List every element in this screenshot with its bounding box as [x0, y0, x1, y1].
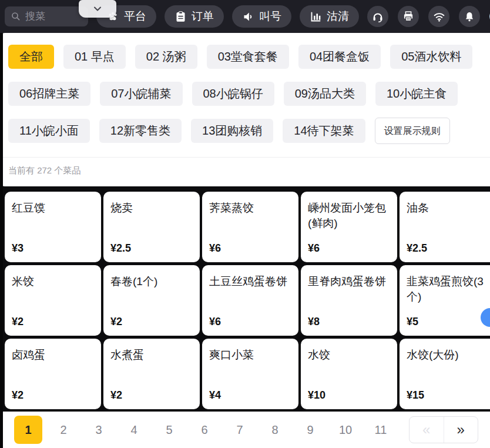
menu-card[interactable]: 烧卖¥2.5: [103, 192, 200, 262]
category-06[interactable]: 06招牌主菜: [8, 82, 90, 106]
call-number-button[interactable]: 叫号: [232, 5, 291, 28]
dish-name: 米饺: [12, 274, 94, 289]
category-row-3: 11小皖小面 12新零售类 13团购核销 14待下架菜 设置展示规则: [8, 119, 484, 144]
page-button-2[interactable]: 2: [49, 416, 78, 444]
category-02[interactable]: 02 汤粥: [135, 45, 197, 69]
dish-price: ¥4: [209, 389, 291, 402]
pagination-bar: 1 2 3 4 5 6 7 8 9 10 11 « »: [0, 412, 490, 448]
category-12[interactable]: 12新零售类: [99, 119, 182, 143]
dish-price: ¥15: [407, 389, 489, 402]
page-button-3[interactable]: 3: [85, 416, 113, 444]
page-button-8[interactable]: 8: [261, 416, 289, 444]
clipboard-icon: [174, 11, 187, 23]
menu-card[interactable]: 米饺¥2: [5, 265, 101, 336]
dish-name: 红豆馍: [12, 200, 94, 216]
dish-name: 水饺: [308, 347, 390, 363]
page-button-1[interactable]: 1: [14, 416, 42, 444]
menu-card[interactable]: 水煮蛋¥2: [103, 339, 200, 409]
category-panel: 全部 01 早点 02 汤粥 03堂食套餐 04团餐盒饭 05酒水饮料 06招牌…: [0, 33, 490, 186]
orders-label: 订单: [192, 9, 214, 24]
menu-card[interactable]: 荠菜蒸饺¥6: [202, 192, 298, 262]
category-10[interactable]: 10小皖主食: [375, 82, 458, 106]
category-01[interactable]: 01 早点: [63, 45, 126, 69]
platform-label: 平台: [124, 9, 146, 24]
dish-name: 韭菜鸡蛋煎饺(3个): [407, 274, 489, 304]
menu-card[interactable]: 油条¥2.5: [400, 192, 490, 262]
dish-name: 嵊州发面小笼包(鲜肉): [308, 200, 390, 230]
dish-name: 水饺(大份): [407, 347, 489, 363]
speaker-icon: [242, 11, 254, 23]
dish-price: ¥8: [308, 316, 390, 328]
dish-price: ¥6: [209, 316, 291, 328]
menu-card[interactable]: 水饺¥10: [301, 339, 397, 409]
topbar-icon-group: [367, 6, 490, 27]
category-all[interactable]: 全部: [8, 45, 54, 69]
next-page-button[interactable]: »: [444, 417, 478, 443]
dish-price: ¥2: [110, 389, 193, 402]
dish-price: ¥3: [12, 242, 94, 255]
left-edge-strip: [0, 33, 3, 448]
menu-card[interactable]: 卤鸡蛋¥2: [5, 339, 101, 409]
category-09[interactable]: 09汤品大类: [284, 82, 366, 106]
call-number-label: 叫号: [259, 9, 281, 24]
sold-out-button[interactable]: 沽清: [300, 5, 359, 28]
search-icon: [11, 11, 21, 22]
dish-name: 烧卖: [110, 200, 193, 216]
pager-nav: « »: [409, 416, 478, 443]
prev-page-button[interactable]: «: [410, 417, 444, 443]
menu-card[interactable]: 里脊肉鸡蛋卷饼¥8: [301, 265, 397, 336]
page-button-7[interactable]: 7: [226, 416, 254, 444]
category-row-1: 全部 01 早点 02 汤粥 03堂食套餐 04团餐盒饭 05酒水饮料: [8, 45, 484, 69]
headset-icon: [372, 11, 384, 22]
sold-out-label: 沽清: [327, 9, 349, 24]
dish-name: 爽口小菜: [209, 347, 291, 363]
chevron-down-icon: [92, 3, 103, 15]
bell-button[interactable]: [459, 6, 480, 27]
bell-icon: [464, 11, 475, 22]
category-row-2: 06招牌主菜 07小皖辅菜 08小皖锅仔 09汤品大类 10小皖主食: [8, 82, 484, 106]
dish-price: ¥6: [308, 242, 390, 255]
dish-price: ¥2: [110, 316, 193, 328]
page-button-6[interactable]: 6: [190, 416, 219, 444]
menu-card[interactable]: 水饺(大份)¥15: [400, 339, 490, 409]
menu-card[interactable]: 红豆馍¥3: [5, 192, 101, 262]
dish-price: ¥5: [407, 316, 489, 328]
category-04[interactable]: 04团餐盒饭: [298, 45, 381, 69]
category-14[interactable]: 14待下架菜: [283, 119, 365, 143]
soldout-chart-icon: [310, 11, 322, 23]
category-07[interactable]: 07小皖辅菜: [100, 82, 182, 106]
pull-down-tab[interactable]: [79, 0, 116, 18]
menu-grid-area: 红豆馍¥3 烧卖¥2.5 荠菜蒸饺¥6 嵊州发面小笼包(鲜肉)¥6 油条¥2.5…: [0, 186, 490, 412]
dish-name: 油条: [407, 200, 489, 216]
display-rules-button[interactable]: 设置展示规则: [375, 118, 450, 144]
page-button-5[interactable]: 5: [155, 416, 183, 444]
search-input[interactable]: [25, 11, 78, 22]
orders-button[interactable]: 订单: [165, 5, 224, 28]
menu-card[interactable]: 爽口小菜¥4: [202, 339, 298, 409]
menu-card[interactable]: 土豆丝鸡蛋卷饼¥6: [202, 265, 298, 336]
category-13[interactable]: 13团购核销: [191, 119, 273, 143]
category-11[interactable]: 11小皖小面: [8, 119, 90, 143]
printer-button[interactable]: [398, 6, 419, 27]
menu-card[interactable]: 嵊州发面小笼包(鲜肉)¥6: [301, 192, 397, 262]
headset-button[interactable]: [367, 6, 388, 27]
page-button-9[interactable]: 9: [296, 416, 324, 444]
dish-price: ¥2: [12, 389, 94, 402]
page-button-4[interactable]: 4: [120, 416, 148, 444]
menu-card[interactable]: 韭菜鸡蛋煎饺(3个)¥5: [400, 265, 490, 336]
dish-price: ¥2.5: [407, 242, 489, 255]
wifi-icon: [433, 11, 445, 23]
category-03[interactable]: 03堂食套餐: [207, 45, 289, 69]
page-button-10[interactable]: 10: [331, 416, 360, 444]
dish-name: 水煮蛋: [110, 347, 193, 363]
dish-name: 里脊肉鸡蛋卷饼: [308, 274, 390, 289]
menu-card[interactable]: 春卷(1个)¥2: [103, 265, 200, 336]
category-08[interactable]: 08小皖锅仔: [192, 82, 274, 106]
search-box[interactable]: [5, 6, 88, 26]
dish-price: ¥10: [308, 389, 390, 402]
wifi-button[interactable]: [428, 6, 449, 27]
top-bar: 平台 订单 叫号 沽清: [0, 0, 490, 33]
category-05[interactable]: 05酒水饮料: [390, 45, 472, 69]
dish-name: 土豆丝鸡蛋卷饼: [209, 274, 291, 289]
page-button-11[interactable]: 11: [367, 416, 395, 444]
